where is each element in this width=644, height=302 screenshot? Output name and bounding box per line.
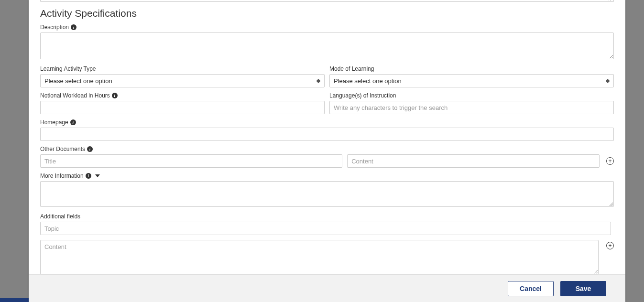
- more-information-textarea[interactable]: [40, 181, 614, 207]
- doc-title-input[interactable]: [40, 154, 342, 168]
- save-button[interactable]: Save: [560, 281, 606, 296]
- info-icon[interactable]: i: [86, 173, 91, 179]
- description-textarea[interactable]: [40, 32, 614, 59]
- notional-workload-input[interactable]: [40, 101, 325, 114]
- cancel-button[interactable]: Cancel: [508, 281, 554, 296]
- info-icon[interactable]: i: [87, 146, 93, 152]
- form-footer: Cancel Save: [29, 274, 625, 302]
- doc-content-input[interactable]: [347, 154, 600, 168]
- description-label: Description i: [40, 24, 614, 31]
- learning-type-label: Learning Activity Type: [40, 65, 325, 72]
- caret-down-icon[interactable]: [95, 174, 100, 177]
- notional-workload-label: Notional Workload in Hours i: [40, 92, 325, 99]
- languages-label: Language(s) of Instruction: [329, 92, 614, 99]
- select-arrows-icon: [317, 77, 320, 84]
- homepage-input[interactable]: [40, 128, 614, 141]
- homepage-label: Homepage i: [40, 119, 614, 126]
- info-icon[interactable]: i: [70, 119, 76, 125]
- languages-input[interactable]: [329, 101, 614, 114]
- section-title: Activity Specifications: [40, 8, 614, 19]
- previous-field-partial[interactable]: [40, 0, 614, 2]
- mode-of-learning-select[interactable]: Please select one option: [329, 74, 614, 87]
- select-arrows-icon: [606, 77, 610, 84]
- additional-content-textarea[interactable]: [40, 240, 599, 274]
- info-icon[interactable]: i: [71, 24, 76, 30]
- other-documents-label: Other Documents i: [40, 146, 614, 152]
- page-bg-stripe: [0, 298, 29, 302]
- additional-fields-label: Additional fields: [40, 213, 614, 220]
- learning-type-select[interactable]: Please select one option: [40, 74, 325, 87]
- form-card: Activity Specifications Description i Le…: [29, 0, 625, 302]
- add-document-button[interactable]: [606, 157, 614, 165]
- info-icon[interactable]: i: [112, 93, 118, 98]
- topic-input[interactable]: [40, 222, 611, 235]
- mode-of-learning-label: Mode of Learning: [329, 65, 614, 72]
- more-information-label: More Information i: [40, 173, 614, 179]
